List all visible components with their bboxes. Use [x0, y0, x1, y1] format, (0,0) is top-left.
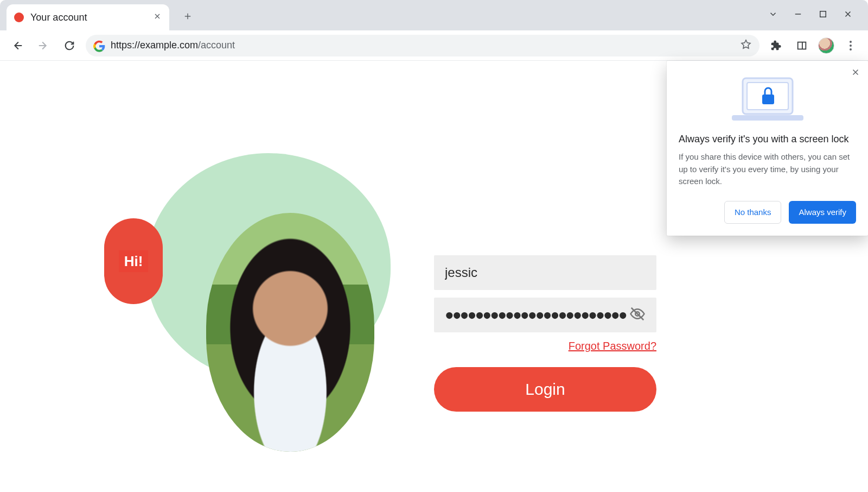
hi-badge: Hi!	[119, 250, 148, 272]
chevron-down-icon[interactable]	[768, 9, 778, 21]
svg-rect-6	[762, 94, 774, 104]
reload-button[interactable]	[60, 36, 79, 55]
tab-strip: Your account	[0, 0, 868, 30]
kebab-menu-icon[interactable]	[841, 36, 860, 55]
nav-back-button[interactable]	[8, 36, 27, 55]
omnibox-url: https://example.com/account	[111, 40, 235, 51]
browser-toolbar: https://example.com/account	[0, 30, 868, 61]
tab-title: Your account	[30, 12, 146, 23]
profile-avatar[interactable]	[818, 37, 834, 54]
google-g-icon	[93, 40, 104, 51]
laptop-lock-illustration	[679, 70, 856, 127]
new-tab-button[interactable]	[179, 8, 196, 25]
eye-off-icon[interactable]	[629, 306, 646, 324]
extensions-icon[interactable]	[766, 36, 786, 55]
minimize-icon[interactable]	[793, 9, 803, 21]
url-host: https://example.com	[111, 40, 198, 51]
login-button[interactable]: Login	[434, 367, 656, 412]
side-panel-icon[interactable]	[792, 36, 812, 55]
password-field[interactable]	[445, 306, 629, 324]
browser-tab[interactable]: Your account	[7, 4, 169, 30]
always-verify-button[interactable]: Always verify	[789, 201, 856, 224]
url-path: /account	[198, 40, 235, 51]
omnibox[interactable]: https://example.com/account	[86, 35, 760, 56]
popup-actions: No thanks Always verify	[679, 201, 856, 224]
site-favicon-dot	[14, 12, 24, 22]
no-thanks-button[interactable]: No thanks	[724, 201, 782, 224]
close-tab-icon[interactable]	[153, 12, 162, 23]
window-controls	[753, 0, 868, 30]
screen-lock-popup: Always verify it's you with a screen loc…	[667, 61, 868, 236]
nav-forward-button[interactable]	[34, 36, 53, 55]
hi-pill: Hi!	[104, 218, 163, 304]
svg-rect-0	[820, 11, 826, 17]
close-icon[interactable]	[851, 67, 860, 79]
forgot-password-link[interactable]: Forgot Password?	[434, 340, 656, 352]
popup-body: If you share this device with others, yo…	[679, 151, 856, 188]
bookmark-star-icon[interactable]	[740, 39, 752, 53]
maximize-icon[interactable]	[818, 9, 828, 21]
popup-title: Always verify it's you with a screen loc…	[679, 133, 856, 146]
email-field-wrapper	[434, 255, 656, 290]
close-window-icon[interactable]	[843, 9, 853, 21]
password-field-wrapper	[434, 298, 656, 332]
email-field[interactable]	[445, 265, 646, 280]
svg-rect-5	[732, 115, 803, 121]
user-portrait	[206, 213, 374, 452]
